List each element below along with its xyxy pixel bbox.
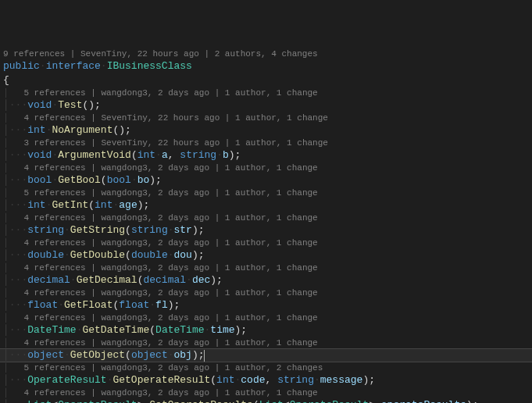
- indent-guide: │: [3, 287, 9, 298]
- member-line: │···void·ArgumentVoid(int·a, string·b);: [0, 148, 532, 162]
- text-caret: [204, 350, 205, 362]
- member-line: │···double·GetDouble(double·dou);: [0, 248, 532, 262]
- member-line: │···OperateResult·GetOperateResult(int·c…: [0, 373, 532, 387]
- member-line: │···int·NoArgument();: [0, 123, 532, 137]
- indent-guide: │: [3, 123, 9, 137]
- indent-guide: │: [3, 273, 9, 287]
- member-line: │···int·GetInt(int·age);: [0, 198, 532, 212]
- indent-guide: │: [3, 187, 9, 198]
- member-line: │···bool·GetBool(bool·bo);: [0, 173, 532, 187]
- codelens-member[interactable]: │ 4 references | wangdong3, 2 days ago |…: [0, 312, 532, 323]
- code-editor[interactable]: 9 references | SevenTiny, 22 hours ago |…: [0, 48, 532, 403]
- member-line: │···object·GetObject(object·obj);: [0, 348, 532, 362]
- indent-guide: │: [3, 312, 9, 323]
- indent-guide: │: [3, 348, 9, 362]
- codelens-member[interactable]: │ 5 references | wangdong3, 2 days ago |…: [0, 362, 532, 373]
- codelens-member[interactable]: │ 4 references | wangdong3, 2 days ago |…: [0, 287, 532, 298]
- indent-guide: │: [3, 237, 9, 248]
- indent-guide: │: [3, 398, 9, 403]
- indent-guide: │: [3, 373, 9, 387]
- indent-guide: │: [3, 223, 9, 237]
- codelens-member[interactable]: │ 5 references | wangdong3, 2 days ago |…: [0, 87, 532, 98]
- member-line: │···void·Test();: [0, 98, 532, 112]
- indent-guide: │: [3, 162, 9, 173]
- member-line: │···DateTime·GetDateTime(DateTime·time);: [0, 323, 532, 337]
- member-line: │···string·GetString(string·str);: [0, 223, 532, 237]
- codelens-member[interactable]: │ 3 references | SevenTiny, 22 hours ago…: [0, 137, 532, 148]
- indent-guide: │: [3, 337, 9, 348]
- indent-guide: │: [3, 112, 9, 123]
- indent-guide: │: [3, 212, 9, 223]
- codelens-interface[interactable]: 9 references | SevenTiny, 22 hours ago |…: [0, 48, 532, 59]
- indent-guide: │: [3, 148, 9, 162]
- codelens-member[interactable]: │ 4 references | wangdong3, 2 days ago |…: [0, 262, 532, 273]
- indent-guide: │: [3, 198, 9, 212]
- interface-declaration: public·interface·IBusinessClass: [0, 59, 532, 73]
- member-line: │···decimal·GetDecimal(decimal·dec);: [0, 273, 532, 287]
- indent-guide: │: [3, 173, 9, 187]
- indent-guide: │: [3, 98, 9, 112]
- indent-guide: │: [3, 248, 9, 262]
- indent-guide: │: [3, 262, 9, 273]
- codelens-member[interactable]: │ 4 references | wangdong3, 2 days ago |…: [0, 387, 532, 398]
- codelens-member[interactable]: │ 4 references | wangdong3, 2 days ago |…: [0, 337, 532, 348]
- indent-guide: │: [3, 362, 9, 373]
- codelens-member[interactable]: │ 5 references | wangdong3, 2 days ago |…: [0, 187, 532, 198]
- open-brace: {: [0, 73, 532, 87]
- codelens-member[interactable]: │ 4 references | wangdong3, 2 days ago |…: [0, 237, 532, 248]
- codelens-member[interactable]: │ 4 references | wangdong3, 2 days ago |…: [0, 162, 532, 173]
- indent-guide: │: [3, 87, 9, 98]
- indent-guide: │: [3, 137, 9, 148]
- indent-guide: │: [3, 387, 9, 398]
- indent-guide: │: [3, 323, 9, 337]
- codelens-member[interactable]: │ 4 references | SevenTiny, 22 hours ago…: [0, 112, 532, 123]
- codelens-member[interactable]: │ 4 references | wangdong3, 2 days ago |…: [0, 212, 532, 223]
- indent-guide: │: [3, 298, 9, 312]
- member-line: │···List<OperateResult> GetOperateResult…: [0, 398, 532, 403]
- member-line: │···float·GetFloat(float·fl);: [0, 298, 532, 312]
